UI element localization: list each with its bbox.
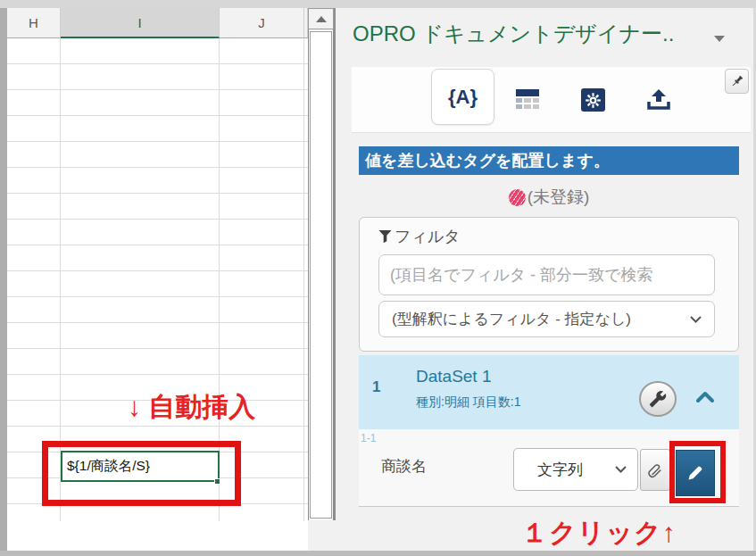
taskpane-toolbar xyxy=(352,67,751,133)
filter-search-input[interactable] xyxy=(378,254,715,295)
sheet-left-edge xyxy=(0,8,7,551)
chevron-down-icon xyxy=(615,466,627,473)
attach-field-button[interactable] xyxy=(640,449,670,491)
field-name: 商談名 xyxy=(381,456,427,477)
pin-pane-button[interactable] xyxy=(725,69,749,94)
chevron-up-icon xyxy=(695,390,715,403)
field-index: 1-1 xyxy=(361,432,376,444)
unregistered-label: (未登録) xyxy=(528,186,590,209)
grid-line xyxy=(303,38,304,521)
scrollbar-up-button[interactable] xyxy=(308,8,334,29)
taskpane-menu-caret-icon[interactable] xyxy=(714,36,725,42)
app-window: H I J ↓ 自動挿入 ${1/商談名/S} １クリック↑ OPRO ドキュメ… xyxy=(0,0,756,556)
dataset-meta: 種別:明細 項目数:1 xyxy=(416,394,520,411)
instruction-banner: 値を差し込むタグを配置します。 xyxy=(359,146,739,175)
dataset-collapse-button[interactable] xyxy=(695,390,715,407)
dataset-settings-button[interactable] xyxy=(639,381,677,417)
unregistered-hatched-circle-icon xyxy=(509,189,526,206)
table-icon xyxy=(516,89,539,96)
red-highlight-box-cell xyxy=(42,441,241,506)
tab-settings[interactable] xyxy=(581,88,605,112)
field-type-select[interactable]: 文字列 xyxy=(513,448,638,491)
window-top-edge xyxy=(0,0,756,8)
paperclip-icon xyxy=(646,460,664,481)
dataset-name: DataSet 1 xyxy=(416,367,492,386)
column-header-j[interactable]: J xyxy=(220,8,304,38)
column-header-h[interactable]: H xyxy=(7,8,61,38)
dataset-index: 1 xyxy=(372,378,380,396)
taskpane-title: OPRO ドキュメントデザイナー.. xyxy=(353,20,705,50)
status-unregistered: (未登録) xyxy=(359,185,739,210)
chevron-down-icon xyxy=(690,316,702,323)
scrollbar-thumb[interactable] xyxy=(310,31,332,519)
tab-upload[interactable] xyxy=(646,88,671,111)
pane-splitter[interactable] xyxy=(334,8,336,520)
wrench-icon xyxy=(649,390,667,408)
auto-insert-annotation: ↓ 自動挿入 xyxy=(128,389,255,426)
gear-icon xyxy=(585,92,602,109)
red-highlight-box-pencil xyxy=(669,441,726,503)
one-click-annotation: １クリック↑ xyxy=(521,515,677,552)
column-header-i-selected[interactable]: I xyxy=(61,8,220,38)
upload-icon xyxy=(646,88,671,111)
filter-label: フィルタ xyxy=(378,226,461,247)
pushpin-icon xyxy=(729,73,745,89)
type-filter-select[interactable]: (型解釈によるフィルタ - 指定なし) xyxy=(378,301,715,337)
filter-funnel-icon xyxy=(378,229,392,244)
tab-insert-tag[interactable]: {A} xyxy=(431,69,494,125)
tag-braces-icon: {A} xyxy=(448,86,478,109)
tab-table[interactable] xyxy=(516,89,539,110)
triangle-up-icon xyxy=(316,16,327,22)
